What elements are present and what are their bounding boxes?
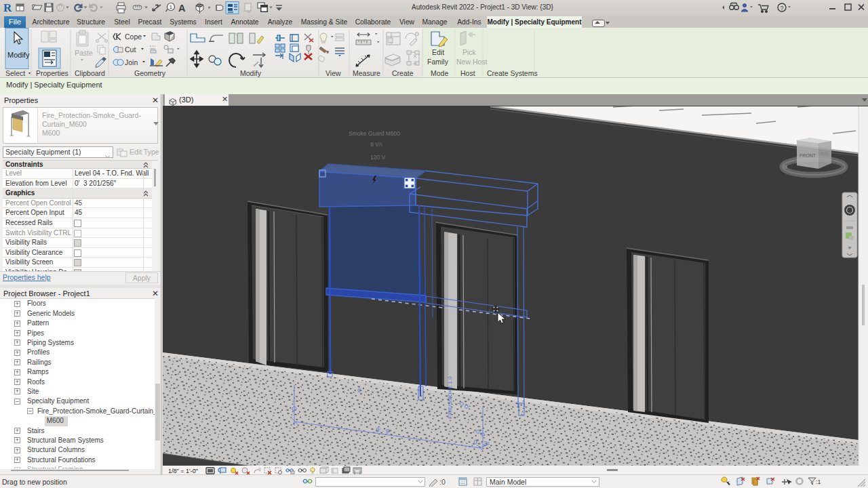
svg-text:Mode: Mode (431, 69, 448, 77)
svg-text:Properties: Properties (36, 69, 68, 77)
svg-text:Cut: Cut (125, 45, 136, 54)
svg-text:FIRE/SMOKE 1.0: FIRE/SMOKE 1.0 (447, 376, 453, 419)
svg-text:Smoke Guard M600: Smoke Guard M600 (349, 130, 400, 137)
svg-text:1: 1 (170, 4, 172, 10)
svg-text:120 V: 120 V (370, 154, 386, 161)
svg-text:Join: Join (125, 58, 138, 66)
svg-text:FRONT: FRONT (800, 153, 816, 158)
svg-text:Create: Create (392, 69, 414, 77)
svg-text:R: R (3, 1, 12, 14)
svg-text:Pick: Pick (462, 48, 477, 56)
svg-text:Modify: Modify (240, 69, 262, 77)
svg-text:Edit: Edit (432, 48, 444, 56)
svg-text:Clipboard: Clipboard (75, 69, 105, 77)
svg-text:Cope: Cope (125, 33, 142, 41)
svg-text:1/8" = 1'-0": 1/8" = 1'-0" (168, 468, 198, 474)
svg-text:New Host: New Host (456, 58, 488, 66)
svg-text:A: A (178, 3, 186, 14)
svg-text:8 VA: 8 VA (370, 141, 382, 148)
svg-text:Create Systems: Create Systems (487, 69, 538, 77)
svg-text:Select: Select (5, 69, 25, 77)
svg-text:Modify: Modify (7, 51, 30, 59)
svg-text:Paste: Paste (75, 49, 93, 57)
svg-text:RIG: RIG (821, 151, 829, 156)
svg-text:Host: Host (460, 69, 475, 77)
svg-text:Family: Family (427, 58, 449, 66)
svg-text::1: :1 (816, 479, 821, 485)
svg-text:Geometry: Geometry (134, 69, 166, 77)
svg-text:View: View (326, 69, 341, 77)
svg-text:?: ? (781, 5, 784, 12)
svg-text:Measure: Measure (353, 69, 380, 77)
